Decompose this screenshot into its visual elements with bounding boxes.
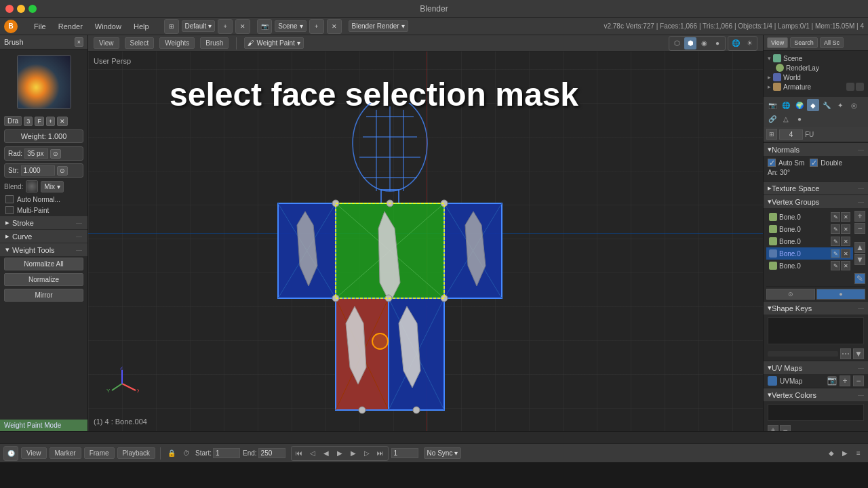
physics-props-icon[interactable]: ◎ xyxy=(848,99,860,111)
mode-dropdown[interactable]: 🖌 Weight Paint ▾ xyxy=(244,37,304,49)
render-engine-dropdown[interactable]: Blender Render ▾ xyxy=(349,20,408,32)
menu-file[interactable]: File xyxy=(28,21,52,32)
texture-space-header[interactable]: ▸ Texture Space — xyxy=(764,182,868,195)
auto-smooth-checkbox[interactable]: ✓ xyxy=(768,159,776,167)
add-scene-icon[interactable]: + xyxy=(309,19,324,34)
jump-end-btn[interactable]: ⏭ xyxy=(374,447,387,460)
world-props-icon[interactable]: 🌍 xyxy=(793,99,806,111)
frame-menu[interactable]: Frame xyxy=(84,447,115,459)
normalize-button[interactable]: Normalize xyxy=(4,273,83,286)
frame-step-input[interactable] xyxy=(391,448,418,458)
vc-add-btn[interactable]: + xyxy=(768,425,778,431)
material-props-icon[interactable]: ● xyxy=(793,113,806,125)
search-btn[interactable]: Search xyxy=(790,37,818,48)
radius-extra[interactable]: ⊙ xyxy=(50,149,61,159)
marker-menu[interactable]: Marker xyxy=(50,447,81,459)
modifier-props-icon[interactable]: 🔧 xyxy=(821,99,833,111)
prev-keyframe-btn[interactable]: ◁ xyxy=(307,447,319,460)
normalize-all-button[interactable]: Normalize All xyxy=(4,258,83,270)
auto-normal-checkbox[interactable] xyxy=(5,195,14,203)
remove-brush-button[interactable]: ✕ xyxy=(57,117,68,126)
view-menu[interactable]: View xyxy=(94,37,119,49)
bone-2-edit[interactable]: ✎ xyxy=(831,237,840,246)
remove-layout-icon[interactable]: ✕ xyxy=(235,19,250,34)
bone-1-edit[interactable]: ✎ xyxy=(831,224,840,234)
menu-help[interactable]: Help xyxy=(128,21,155,32)
vertex-group-up[interactable]: ▲ xyxy=(854,242,865,253)
scene-dropdown[interactable]: Scene ▾ xyxy=(275,20,306,32)
weight-tools-section[interactable]: ▾ Weight Tools — xyxy=(0,243,87,256)
all-scenes-btn[interactable]: All Sc xyxy=(820,37,844,48)
wireframe-icon[interactable]: ⬡ xyxy=(671,37,683,49)
world-icon[interactable]: 🌐 xyxy=(730,37,742,49)
object-props-icon[interactable]: ◆ xyxy=(807,99,819,111)
add-brush-button[interactable]: + xyxy=(46,117,55,126)
play-btn[interactable]: ▶ xyxy=(334,447,346,460)
viewport[interactable]: View Select Weights Brush 🖌 Weight Paint… xyxy=(88,35,763,431)
next-keyframe-btn[interactable]: ▷ xyxy=(361,447,373,460)
uv-add-btn[interactable]: + xyxy=(840,375,850,386)
select-menu[interactable]: Select xyxy=(125,37,155,49)
armature-render-icon[interactable] xyxy=(856,83,864,91)
armature-vis-icon[interactable] xyxy=(846,83,854,91)
sync-icon[interactable]: ⏱ xyxy=(180,447,193,460)
minimize-button[interactable] xyxy=(17,5,25,13)
prev-frame-btn[interactable]: ◀ xyxy=(320,447,332,460)
bone-1-delete[interactable]: ✕ xyxy=(841,224,850,234)
stroke-section[interactable]: ▸ Stroke — xyxy=(0,216,87,229)
next-frame-btn[interactable]: ▶ xyxy=(347,447,359,460)
shape-key-dots[interactable]: ⋯ xyxy=(840,348,851,359)
bone-2-delete[interactable]: ✕ xyxy=(841,237,850,246)
brush-menu[interactable]: Brush xyxy=(200,37,229,49)
render-icon[interactable]: ● xyxy=(711,37,724,49)
vg-active-btn[interactable]: ● xyxy=(816,289,865,300)
close-button[interactable] xyxy=(5,5,14,13)
constraint-props-icon[interactable]: 🔗 xyxy=(766,113,778,125)
bone-item-2[interactable]: Bone.0 ✎ ✕ xyxy=(766,235,853,247)
collapse-left-panel[interactable]: × xyxy=(75,37,83,47)
f-button[interactable]: F xyxy=(35,117,44,126)
blend-dropdown[interactable]: Mix ▾ xyxy=(41,181,64,192)
add-layout-icon[interactable]: + xyxy=(218,19,233,34)
playback-menu[interactable]: Playback xyxy=(117,447,156,459)
particle-props-icon[interactable]: ✦ xyxy=(834,99,846,111)
start-frame-input[interactable] xyxy=(213,448,240,458)
vg-select-btn[interactable]: ⊙ xyxy=(766,289,815,300)
world-expand-icon[interactable]: ▸ xyxy=(768,74,771,81)
end-frame-input[interactable] xyxy=(258,448,285,458)
render-props-icon[interactable]: 📷 xyxy=(766,99,778,111)
number-display[interactable]: 4 xyxy=(779,129,803,140)
bone-item-4[interactable]: Bone.0 ✎ ✕ xyxy=(766,260,853,272)
bone-4-edit[interactable]: ✎ xyxy=(831,261,840,270)
scene-expand-icon[interactable]: ▾ xyxy=(768,55,771,62)
vertex-group-down[interactable]: ▼ xyxy=(854,254,865,265)
draw-type-dropdown[interactable]: Dra xyxy=(4,116,22,126)
bone-item-1[interactable]: Bone.0 ✎ ✕ xyxy=(766,223,853,235)
double-sided-checkbox[interactable]: ✓ xyxy=(810,159,818,167)
add-vertex-group[interactable]: + xyxy=(854,211,865,222)
shape-keys-header[interactable]: ▾ Shape Keys — xyxy=(764,302,868,314)
filter-icon[interactable]: ⊞ xyxy=(766,129,777,140)
weights-menu[interactable]: Weights xyxy=(159,37,195,49)
vertex-colors-header[interactable]: ▾ Vertex Colors — xyxy=(764,388,868,401)
normals-header[interactable]: ▾ Normals — xyxy=(764,143,868,156)
lock-icon[interactable]: 🔒 xyxy=(165,447,178,460)
brush-number[interactable]: 3 xyxy=(24,117,33,126)
bone-4-delete[interactable]: ✕ xyxy=(841,261,850,270)
view-timeline[interactable]: View xyxy=(21,447,47,459)
view-btn[interactable]: View xyxy=(767,37,788,48)
header-icon[interactable]: ≡ xyxy=(852,447,865,460)
uv-cam-icon[interactable]: 📷 xyxy=(827,376,837,386)
mirror-button[interactable]: Mirror xyxy=(4,289,83,302)
radius-input[interactable] xyxy=(24,148,48,159)
curve-section[interactable]: ▸ Curve — xyxy=(0,229,87,243)
bone-item-3[interactable]: Bone.0 ✎ ✕ xyxy=(766,247,853,260)
bone-3-edit[interactable]: ✎ xyxy=(831,249,840,258)
scene-props-icon[interactable]: 🌐 xyxy=(780,99,792,111)
shape-key-slider[interactable] xyxy=(768,351,838,357)
menu-render[interactable]: Render xyxy=(53,21,88,32)
uv-maps-header[interactable]: ▾ UV Maps — xyxy=(764,361,868,374)
remove-vertex-group[interactable]: − xyxy=(854,223,865,234)
strength-extra[interactable]: ⊙ xyxy=(57,166,68,176)
vertex-group-edit[interactable]: ✎ xyxy=(854,273,865,284)
